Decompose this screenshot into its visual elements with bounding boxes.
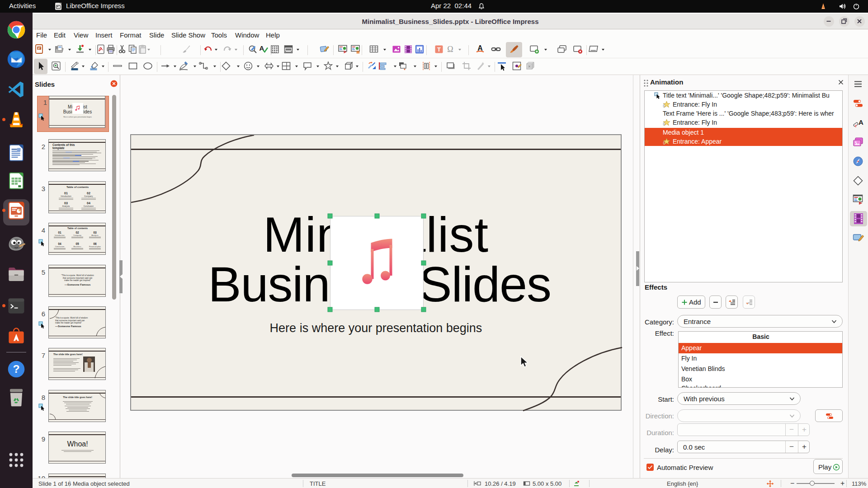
svg-text:A: A [859, 118, 863, 126]
svg-text:T: T [437, 46, 441, 53]
svg-text:?: ? [13, 363, 19, 375]
svg-text:Ω: Ω [447, 45, 453, 54]
